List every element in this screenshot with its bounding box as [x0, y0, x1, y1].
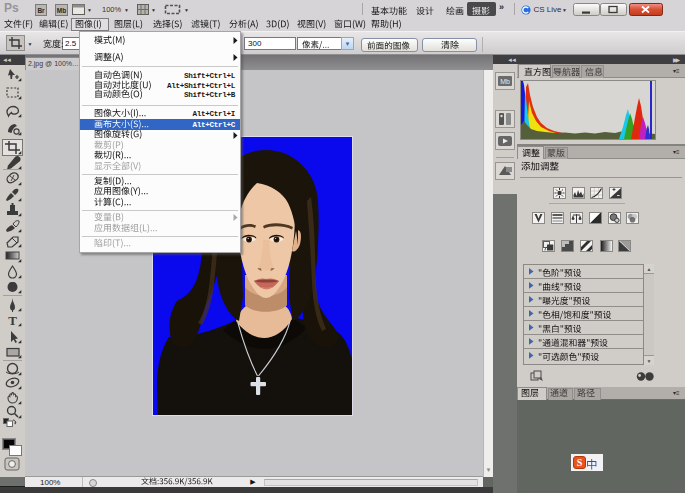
- svg-text:T: T: [8, 313, 17, 328]
- svg-text:S: S: [577, 457, 583, 468]
- svg-text:Mb: Mb: [500, 78, 510, 85]
